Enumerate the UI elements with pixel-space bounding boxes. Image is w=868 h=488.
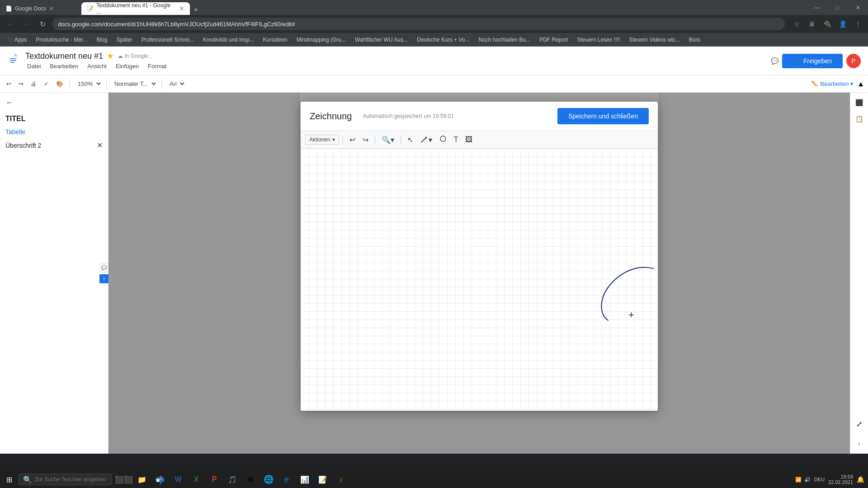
new-tab-button[interactable]: + <box>190 5 202 15</box>
select-tool-button[interactable]: ↖ <box>405 134 416 145</box>
extension-icon[interactable]: 🔌 <box>821 18 834 30</box>
taskbar-spotify-button[interactable]: ♪ <box>333 471 349 488</box>
edit-mode-button[interactable]: ✏️ Bearbeiten ▾ <box>811 80 854 87</box>
reload-button[interactable]: ↻ <box>36 18 49 30</box>
menu-datei[interactable]: Datei <box>25 62 42 70</box>
redo-button[interactable]: ↪ <box>16 79 26 89</box>
bookmark-label: Professionell Schrei... <box>142 37 194 43</box>
taskbar-app-2[interactable]: 🎵 <box>224 471 241 488</box>
zoom-select[interactable]: 150% 100% <box>74 79 103 89</box>
taskbar-app-1[interactable]: 📬 <box>152 471 168 488</box>
address-bar: ← → ↻ ☆ 🖥 🔌 👤 ⋮ <box>0 15 868 33</box>
redo-drawing-button[interactable]: ↪ <box>360 134 371 145</box>
toolbar-separator-2 <box>106 80 107 89</box>
taskbar-app-5[interactable]: 📝 <box>315 471 331 488</box>
docs-actions: 💬 👤 Freigeben P <box>771 54 861 68</box>
bookmark-6[interactable]: Kursideen <box>259 36 291 44</box>
tab-close-btn[interactable]: ✕ <box>179 5 184 12</box>
comment-button[interactable]: 💬 <box>771 57 778 65</box>
menu-format[interactable]: Format <box>146 62 168 70</box>
right-panel-icon-2[interactable]: 📋 <box>853 113 866 125</box>
image-tool-button[interactable]: 🖼 <box>462 134 475 145</box>
collapse-side-icon[interactable]: › <box>853 437 866 450</box>
minimize-button[interactable]: — <box>807 0 827 15</box>
bookmark-12[interactable]: Steuern Lesen !!!! <box>573 36 623 44</box>
line-tool-button[interactable]: ▾ <box>418 134 435 145</box>
edge-icon-2[interactable]: + <box>99 274 108 283</box>
tab-textdoc[interactable]: 📝 Textdokument neu #1 - Google ... ✕ <box>81 2 190 15</box>
taskbar-edge-button[interactable]: e <box>278 471 295 488</box>
sidebar-back-button[interactable]: ← <box>5 98 103 108</box>
bookmark-13[interactable]: Steuern Videos wic... <box>625 36 684 44</box>
expand-icon[interactable]: ⤢ <box>853 418 866 430</box>
docs-menu: Datei Bearbeiten Ansicht Einfügen Format <box>25 62 767 70</box>
taskbar-chrome-button[interactable]: 🌐 <box>260 471 277 488</box>
tab-google-docs[interactable]: 📄 Google Docs ✕ <box>0 2 81 15</box>
taskbar-ppt-button[interactable]: P <box>206 471 222 488</box>
print-button[interactable]: 🖨 <box>28 79 39 89</box>
tab-close-btn[interactable]: ✕ <box>49 5 54 12</box>
toolbar-separator-3 <box>161 80 162 89</box>
bookmark-14[interactable]: Büro <box>685 36 704 44</box>
sidebar-item-label[interactable]: Überschrift 2 <box>5 142 41 149</box>
bookmark-label: Mindmapping (Gru... <box>297 37 346 43</box>
undo-drawing-button[interactable]: ↩ <box>347 134 358 145</box>
bookmark-5[interactable]: Kreativität und Insp... <box>199 36 258 44</box>
style-select[interactable]: Normaler T... <box>110 79 158 89</box>
undo-button[interactable]: ↩ <box>4 79 14 89</box>
drawing-canvas[interactable]: + <box>301 149 658 411</box>
share-button[interactable]: 👤 Freigeben <box>782 54 843 68</box>
settings-icon[interactable]: ⋮ <box>852 18 864 30</box>
save-close-button[interactable]: Speichern und schließen <box>557 108 649 124</box>
forward-button[interactable]: → <box>20 18 33 30</box>
textbox-tool-button[interactable]: T <box>451 134 461 145</box>
bookmark-apps[interactable]: ⬛ Apps <box>4 36 30 44</box>
bookmark-1[interactable]: Produktsuche - Mer... <box>32 36 91 44</box>
taskbar-search[interactable]: 🔍 <box>18 474 112 485</box>
collapse-button[interactable]: ▲ <box>857 80 864 88</box>
sidebar-item-close-icon[interactable]: ✕ <box>97 141 103 150</box>
network-icon[interactable]: 📶 <box>795 477 802 483</box>
taskbar-excel-button[interactable]: X <box>188 471 204 488</box>
user-avatar[interactable]: P <box>846 54 861 68</box>
bookmark-11[interactable]: PDF Report <box>536 36 571 44</box>
bookmark-2[interactable]: Blog <box>93 36 111 44</box>
taskbar-taskview-button[interactable]: ⬛⬛ <box>116 471 132 488</box>
bookmark-7[interactable]: Mindmapping (Gru... <box>293 36 349 44</box>
sound-icon[interactable]: 🔊 <box>804 477 811 483</box>
address-input[interactable] <box>52 18 785 30</box>
maximize-button[interactable]: □ <box>827 0 848 15</box>
profile-icon[interactable]: 👤 <box>836 18 849 30</box>
menu-einfuegen[interactable]: Einfügen <box>114 62 141 70</box>
font-select[interactable]: Ari <box>165 79 186 89</box>
bookmark-10[interactable]: Noch hochladen Bu... <box>475 36 534 44</box>
star-icon[interactable]: ★ <box>107 51 114 61</box>
right-panel-icon-1[interactable]: ⬛ <box>853 96 866 109</box>
paint-format-button[interactable]: 🎨 <box>53 79 66 89</box>
taskbar-app-3[interactable]: ⚙ <box>242 471 259 488</box>
back-button[interactable]: ← <box>4 18 16 30</box>
drawing-toolbar-separator-2 <box>375 135 375 144</box>
actions-button[interactable]: Aktionen ▾ <box>305 135 339 145</box>
start-button[interactable]: ⊞ <box>0 471 18 488</box>
taskbar-word-button[interactable]: W <box>170 471 186 488</box>
notification-icon[interactable]: 🔔 <box>857 476 864 483</box>
edge-icon-1[interactable]: 💬 <box>99 263 108 272</box>
shape-tool-button[interactable] <box>437 134 449 145</box>
bookmark-3[interactable]: Später <box>113 36 136 44</box>
taskbar-search-input[interactable] <box>35 476 107 483</box>
sidebar-item-tabelle[interactable]: Tabelle <box>5 128 103 136</box>
close-button[interactable]: ✕ <box>848 0 868 15</box>
drawing-toolbar-separator-1 <box>343 135 343 144</box>
bookmark-star-icon[interactable]: ☆ <box>790 18 803 30</box>
menu-bearbeiten[interactable]: Bearbeiten <box>48 62 80 70</box>
zoom-drawing-button[interactable]: 🔍▾ <box>379 134 397 145</box>
bookmark-9[interactable]: Deutsche Kurs + Vo... <box>413 36 473 44</box>
bookmark-4[interactable]: Professionell Schrei... <box>138 36 198 44</box>
taskbar-app-4[interactable]: 📊 <box>297 471 313 488</box>
spellcheck-button[interactable]: ✓ <box>41 79 52 89</box>
menu-ansicht[interactable]: Ansicht <box>85 62 108 70</box>
taskbar-explorer-button[interactable]: 📁 <box>134 471 150 488</box>
screen-icon[interactable]: 🖥 <box>806 18 818 30</box>
bookmark-8[interactable]: Wahlfächer WU Aus... <box>351 36 411 44</box>
